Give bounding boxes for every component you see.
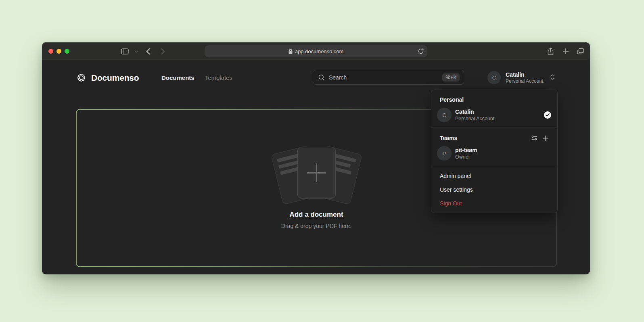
main-nav: Documents Templates	[161, 74, 232, 81]
menu-item-admin-panel[interactable]: Admin panel	[431, 169, 557, 183]
url-text: app.documenso.com	[295, 48, 344, 54]
add-team-button[interactable]	[543, 135, 549, 141]
chevron-right-icon	[161, 48, 165, 55]
sidebar-icon	[121, 48, 129, 54]
search-icon	[318, 74, 325, 81]
manage-teams-button[interactable]	[531, 135, 537, 141]
menu-divider	[431, 128, 557, 128]
team-avatar: P	[437, 146, 452, 161]
lock-icon	[289, 49, 293, 54]
account-type: Personal Account	[506, 78, 543, 84]
personal-account-item[interactable]: C Catalin Personal Account	[431, 105, 557, 125]
sidebar-toggle-button[interactable]	[121, 42, 129, 60]
selected-check-icon	[544, 111, 551, 119]
browser-window: app.documenso.com	[42, 42, 590, 274]
personal-account-name: Catalin	[455, 109, 494, 115]
address-bar[interactable]: app.documenso.com	[205, 45, 427, 57]
search-input[interactable]: Search ⌘+K	[313, 70, 464, 85]
close-window-button[interactable]	[48, 49, 53, 54]
account-avatar: C	[487, 71, 501, 84]
dropzone-subtitle: Drag & drop your PDF here.	[77, 223, 556, 229]
personal-account-subtitle: Personal Account	[455, 115, 494, 122]
document-card-center	[297, 147, 336, 199]
plus-icon	[562, 48, 569, 54]
add-document-plus-icon	[307, 163, 326, 182]
minimize-window-button[interactable]	[56, 49, 61, 54]
sidebar-chevron-button[interactable]	[134, 42, 138, 60]
tab-overview-button[interactable]	[577, 42, 584, 60]
personal-section-label: Personal	[431, 92, 557, 105]
back-button[interactable]	[146, 42, 151, 60]
team-item[interactable]: P pit-team Owner	[431, 144, 557, 163]
reload-button[interactable]	[418, 48, 424, 56]
menu-item-user-settings[interactable]: User settings	[431, 183, 557, 197]
account-dropdown-menu: Personal C Catalin Personal Account Team…	[431, 90, 558, 213]
account-menu-trigger[interactable]: C Catalin Personal Account	[487, 71, 555, 84]
team-name: pit-team	[455, 147, 477, 154]
new-tab-button[interactable]	[562, 42, 569, 60]
window-controls	[48, 49, 69, 54]
team-role: Owner	[455, 154, 477, 160]
menu-divider	[431, 166, 557, 166]
account-name: Catalin	[506, 71, 543, 78]
chevron-left-icon	[146, 48, 151, 55]
add-team-plus-icon	[543, 135, 549, 141]
search-placeholder: Search	[329, 74, 438, 81]
zoom-window-button[interactable]	[65, 49, 69, 54]
team-settings-icon	[531, 135, 537, 141]
nav-documents[interactable]: Documents	[161, 74, 194, 81]
teams-section-label: Teams	[431, 131, 557, 144]
search-shortcut-badge: ⌘+K	[442, 73, 460, 82]
forward-button[interactable]	[161, 42, 165, 60]
brand-title: Documenso	[91, 73, 139, 83]
reload-icon	[418, 48, 424, 54]
menu-item-sign-out[interactable]: Sign Out	[431, 197, 557, 210]
tabs-icon	[577, 48, 584, 54]
nav-templates[interactable]: Templates	[205, 74, 232, 81]
browser-toolbar: app.documenso.com	[42, 42, 590, 60]
documenso-logo-link[interactable]: Documenso	[76, 72, 139, 83]
share-button[interactable]	[548, 42, 554, 60]
documenso-logo-icon	[76, 72, 87, 83]
share-icon	[548, 48, 554, 55]
personal-account-avatar: C	[437, 108, 452, 122]
chevrons-up-down-icon	[550, 74, 555, 82]
app-content: Documenso Documents Templates Search ⌘+K…	[42, 60, 590, 274]
chevron-down-icon	[134, 50, 138, 53]
